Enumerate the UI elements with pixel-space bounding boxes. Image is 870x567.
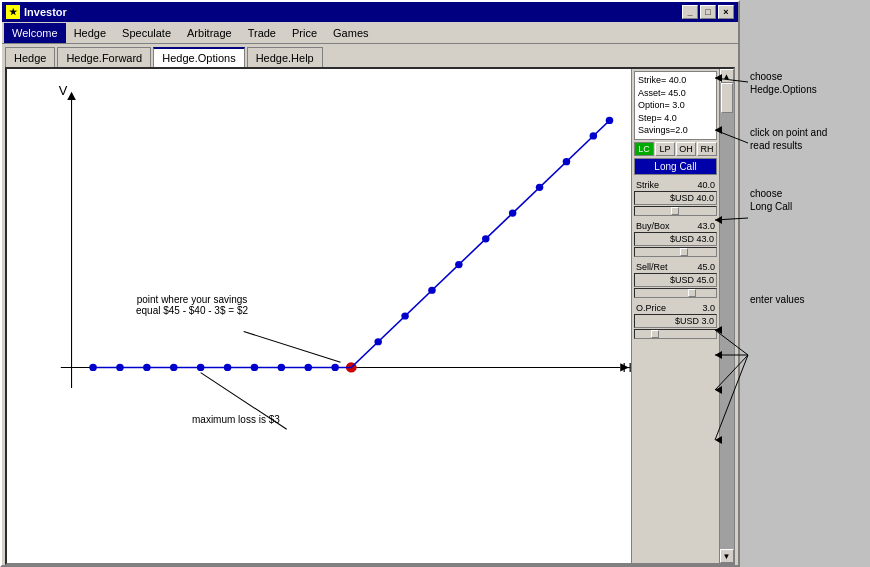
- field-sellret-value: $USD 45.0: [634, 273, 717, 287]
- annotation-loss: maximum loss is $3: [192, 414, 280, 425]
- maximize-button[interactable]: □: [700, 5, 716, 19]
- sidebar-note-click-point: click on point andread results: [750, 126, 860, 152]
- menu-arbitrage[interactable]: Arbitrage: [179, 23, 240, 43]
- menu-price[interactable]: Price: [284, 23, 325, 43]
- scroll-down-button[interactable]: ▼: [720, 549, 734, 563]
- svg-text:H: H: [622, 361, 631, 375]
- minimize-button[interactable]: _: [682, 5, 698, 19]
- sidebar-note-choose-options: chooseHedge.Options: [750, 70, 860, 96]
- tab-hedge-help[interactable]: Hedge.Help: [247, 47, 323, 67]
- svg-text:V: V: [59, 84, 68, 98]
- annotation-savings: point where your savingsequal $45 - $40 …: [117, 294, 267, 316]
- field-strike-value: $USD 40.0: [634, 191, 717, 205]
- vertical-scrollbar: ▲ ▼: [719, 69, 733, 563]
- menu-bar: Welcome Hedge Speculate Arbitrage Trade …: [2, 22, 738, 44]
- menu-trade[interactable]: Trade: [240, 23, 284, 43]
- right-panel: Strike= 40.0 Asset= 45.0 Option= 3.0 Ste…: [631, 69, 719, 563]
- right-section: Strike= 40.0 Asset= 45.0 Option= 3.0 Ste…: [631, 69, 733, 563]
- main-window: ★ Investor _ □ × Welcome Hedge Speculate…: [0, 0, 740, 567]
- info-savings: Savings=2.0: [638, 124, 713, 137]
- btn-lc[interactable]: LC: [634, 142, 654, 156]
- sellret-slider[interactable]: [634, 288, 717, 298]
- field-oprice-value: $USD 3.0: [634, 314, 717, 328]
- info-asset: Asset= 45.0: [638, 87, 713, 100]
- svg-line-28: [351, 120, 609, 367]
- scroll-thumb-v[interactable]: [721, 83, 733, 113]
- field-oprice-label: O.Price 3.0: [634, 302, 717, 314]
- scroll-track-v[interactable]: [720, 83, 734, 549]
- title-bar: ★ Investor _ □ ×: [2, 2, 738, 22]
- buybox-slider[interactable]: [634, 247, 717, 257]
- field-sellret: Sell/Ret 45.0 $USD 45.0: [634, 261, 717, 298]
- tab-hedge-forward[interactable]: Hedge.Forward: [57, 47, 151, 67]
- info-step: Step= 4.0: [638, 112, 713, 125]
- close-button[interactable]: ×: [718, 5, 734, 19]
- window-title: Investor: [24, 6, 67, 18]
- info-box: Strike= 40.0 Asset= 45.0 Option= 3.0 Ste…: [634, 71, 717, 140]
- sidebar-note-enter-values: enter values: [750, 293, 860, 306]
- strategy-label-button[interactable]: Long Call: [634, 158, 717, 175]
- field-oprice: O.Price 3.0 $USD 3.0: [634, 302, 717, 339]
- menu-speculate[interactable]: Speculate: [114, 23, 179, 43]
- tab-hedge-options[interactable]: Hedge.Options: [153, 47, 244, 67]
- info-strike: Strike= 40.0: [638, 74, 713, 87]
- sidebar-notes: chooseHedge.Options click on point andre…: [750, 60, 860, 336]
- tab-bar: Hedge Hedge.Forward Hedge.Options Hedge.…: [2, 44, 738, 67]
- menu-games[interactable]: Games: [325, 23, 376, 43]
- field-buybox-label: Buy/Box 43.0: [634, 220, 717, 232]
- info-option: Option= 3.0: [638, 99, 713, 112]
- title-bar-buttons: _ □ ×: [682, 5, 734, 19]
- field-strike-label: Strike 40.0: [634, 179, 717, 191]
- svg-marker-3: [67, 92, 76, 100]
- btn-oh[interactable]: OH: [676, 142, 696, 156]
- app-icon: ★: [6, 5, 20, 19]
- sidebar-note-choose-longcall: chooseLong Call: [750, 187, 860, 213]
- scroll-up-button[interactable]: ▲: [720, 69, 734, 83]
- field-buybox: Buy/Box 43.0 $USD 43.0: [634, 220, 717, 257]
- strategy-buttons: LC LP OH RH: [634, 142, 717, 156]
- tab-hedge[interactable]: Hedge: [5, 47, 55, 67]
- oprice-slider[interactable]: [634, 329, 717, 339]
- menu-welcome[interactable]: Welcome: [4, 23, 66, 43]
- field-strike: Strike 40.0 $USD 40.0: [634, 179, 717, 216]
- menu-hedge[interactable]: Hedge: [66, 23, 114, 43]
- chart-svg: V H: [7, 69, 631, 563]
- field-sellret-label: Sell/Ret 45.0: [634, 261, 717, 273]
- content-area: V H: [5, 67, 735, 565]
- svg-line-29: [244, 331, 341, 362]
- chart-area[interactable]: V H: [7, 69, 631, 563]
- strike-slider[interactable]: [634, 206, 717, 216]
- btn-lp[interactable]: LP: [655, 142, 675, 156]
- btn-rh[interactable]: RH: [697, 142, 717, 156]
- field-buybox-value: $USD 43.0: [634, 232, 717, 246]
